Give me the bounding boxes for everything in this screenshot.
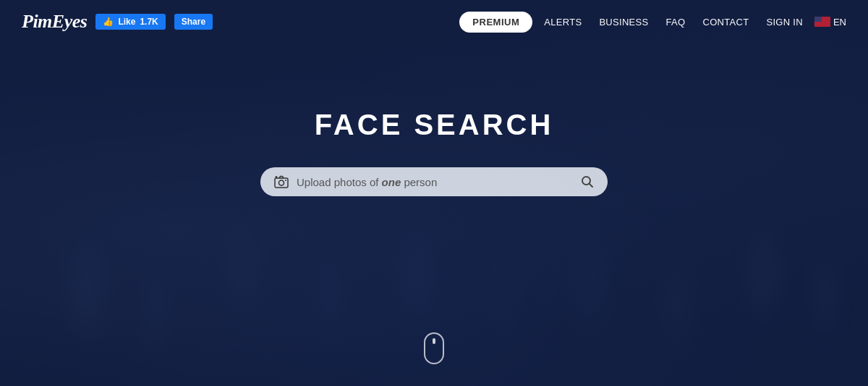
search-button[interactable]: [580, 175, 595, 189]
svg-rect-0: [275, 178, 288, 188]
placeholder-bold: one: [382, 176, 401, 188]
search-icon: [580, 175, 595, 189]
page-title: FACE SEARCH: [315, 109, 554, 141]
placeholder-pre: Upload photos of: [297, 176, 382, 188]
premium-button[interactable]: PREMIUM: [459, 12, 532, 33]
header-nav: PREMIUM ALERTS BUSINESS FAQ CONTACT SIGN…: [459, 12, 846, 33]
logo-text: PimEyes: [22, 11, 87, 32]
svg-point-2: [285, 180, 286, 181]
faq-link[interactable]: FAQ: [660, 12, 692, 32]
main-content: FACE SEARCH Upload photos of one person: [0, 43, 868, 196]
header: PimEyes 👍 Like 1.7K Share PREMIUM ALERTS…: [0, 0, 868, 43]
fb-share-label: Share: [182, 17, 205, 27]
fb-share-button[interactable]: Share: [174, 14, 213, 30]
faq-label: FAQ: [666, 17, 686, 28]
logo[interactable]: PimEyes: [22, 11, 87, 33]
svg-point-1: [279, 180, 284, 185]
flag-icon: [814, 17, 830, 27]
scroll-circle: [424, 332, 444, 364]
search-placeholder: Upload photos of one person: [297, 176, 573, 188]
alerts-label: ALERTS: [544, 17, 582, 28]
camera-icon: [273, 175, 289, 189]
contact-link[interactable]: CONTACT: [697, 12, 754, 32]
fb-like-count: 1.7K: [140, 17, 158, 27]
header-left: PimEyes 👍 Like 1.7K Share: [22, 11, 213, 33]
lang-label: EN: [833, 17, 846, 28]
signin-link[interactable]: SIGN IN: [760, 12, 809, 32]
fb-like-label: Like: [118, 17, 135, 27]
alerts-link[interactable]: ALERTS: [538, 12, 587, 32]
search-bar[interactable]: Upload photos of one person: [260, 167, 608, 196]
premium-label: PREMIUM: [472, 17, 519, 28]
signin-label: SIGN IN: [766, 17, 803, 28]
business-link[interactable]: BUSINESS: [593, 12, 654, 32]
fb-like-button[interactable]: 👍 Like 1.7K: [95, 14, 165, 30]
placeholder-post: person: [401, 176, 437, 188]
contact-label: CONTACT: [702, 17, 749, 28]
scroll-indicator: [424, 332, 444, 364]
thumbs-up-icon: 👍: [103, 17, 114, 27]
business-label: BUSINESS: [599, 17, 648, 28]
svg-line-6: [590, 184, 593, 188]
camera-upload-button[interactable]: [273, 175, 289, 189]
scroll-dot: [433, 338, 435, 344]
language-selector[interactable]: EN: [814, 17, 846, 28]
